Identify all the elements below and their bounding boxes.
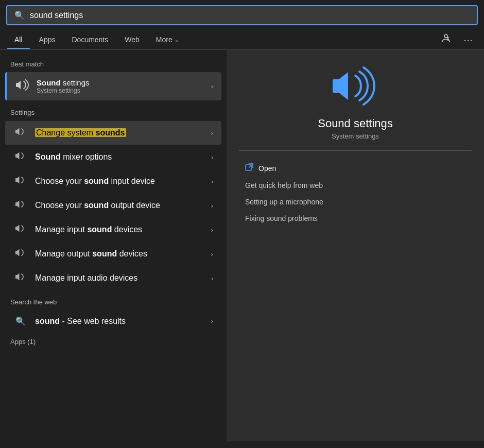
best-match-title: Sound settings [37, 78, 204, 87]
main-content: Best match Sound settings System setting… [0, 50, 484, 441]
ellipsis-icon: ⋯ [463, 35, 473, 45]
manage-input-sound-text: Manage input sound devices [35, 225, 204, 234]
tab-web[interactable]: Web [117, 31, 147, 49]
search-web-item[interactable]: 🔍 sound - See web results › [5, 311, 221, 332]
settings-item-sound-output[interactable]: Choose your sound output device › [5, 194, 221, 217]
manage-output-sound-icon [13, 248, 28, 260]
sound-settings-icon [15, 79, 29, 94]
arrow-icon: › [211, 250, 213, 258]
open-external-icon [245, 163, 253, 173]
tab-all[interactable]: All [7, 31, 30, 49]
fixing-sound-problems-link[interactable]: Fixing sound problems [239, 210, 472, 227]
arrow-icon: › [211, 178, 213, 185]
search-web-text: sound - See web results [35, 317, 204, 326]
apps-section-label: Apps (1) [0, 335, 227, 350]
manage-input-audio-text: Manage input audio devices [35, 273, 204, 283]
tab-more[interactable]: More ⌄ [149, 31, 186, 49]
tab-apps[interactable]: Apps [32, 31, 63, 49]
arrow-icon: › [211, 317, 213, 325]
left-panel: Best match Sound settings System setting… [0, 50, 227, 441]
arrow-icon: › [211, 226, 213, 234]
manage-output-sound-text: Manage output sound devices [35, 249, 204, 259]
search-web-label: Search the web [0, 295, 227, 310]
svg-point-0 [444, 35, 447, 38]
manage-input-sound-icon [13, 223, 28, 236]
tabs-right-actions: ⋯ [437, 30, 477, 49]
manage-input-audio-icon [13, 272, 28, 284]
chevron-down-icon: ⌄ [175, 37, 179, 43]
settings-item-sound-input[interactable]: Choose your sound input device › [5, 169, 221, 193]
arrow-icon: › [211, 202, 213, 210]
sound-input-icon [13, 175, 28, 187]
tabs-bar: All Apps Documents Web More ⌄ ⋯ [0, 30, 484, 50]
right-panel-divider [239, 150, 472, 151]
best-match-subtitle: System settings [37, 87, 204, 94]
svg-point-1 [447, 37, 449, 39]
settings-item-change-system-sounds[interactable]: Change system sounds › [5, 121, 221, 145]
open-link[interactable]: Open [239, 159, 472, 177]
accessibility-button[interactable] [437, 30, 455, 49]
sound-output-text: Choose your sound output device [35, 201, 204, 210]
change-sounds-icon [13, 127, 28, 139]
right-panel-title: Sound settings [318, 117, 393, 130]
best-match-item[interactable]: Sound settings System settings › [5, 72, 221, 100]
tab-documents[interactable]: Documents [64, 31, 115, 49]
setting-up-microphone-link[interactable]: Setting up a microphone [239, 194, 472, 210]
settings-item-manage-input-sound[interactable]: Manage input sound devices › [5, 218, 221, 242]
settings-item-manage-input-audio[interactable]: Manage input audio devices › [5, 266, 221, 290]
arrow-icon: › [211, 274, 213, 282]
web-search-icon: 🔍 [13, 316, 28, 326]
more-options-button[interactable]: ⋯ [459, 31, 477, 49]
search-input[interactable] [30, 11, 470, 20]
right-panel-icon [330, 65, 381, 109]
sound-mixer-text: Sound mixer options [35, 152, 204, 162]
search-bar: 🔍 [6, 5, 478, 25]
sound-mixer-icon [13, 151, 28, 163]
change-sounds-text: Change system sounds [35, 128, 204, 137]
right-panel-subtitle: System settings [332, 132, 379, 140]
right-panel: Sound settings System settings Open Get … [227, 50, 484, 441]
settings-item-manage-output-sound[interactable]: Manage output sound devices › [5, 242, 221, 266]
settings-section-label: Settings [0, 106, 227, 120]
sound-output-icon [13, 199, 28, 212]
arrow-icon: › [211, 153, 213, 161]
best-match-text: Sound settings System settings [37, 78, 204, 94]
arrow-icon: › [211, 82, 213, 90]
open-label: Open [258, 164, 276, 173]
search-icon: 🔍 [14, 10, 25, 20]
arrow-icon: › [211, 129, 213, 137]
best-match-label: Best match [0, 57, 227, 72]
person-icon [441, 33, 451, 44]
sound-input-text: Choose your sound input device [35, 177, 204, 186]
settings-item-sound-mixer[interactable]: Sound mixer options › [5, 145, 221, 169]
get-quick-help-link[interactable]: Get quick help from web [239, 177, 472, 194]
